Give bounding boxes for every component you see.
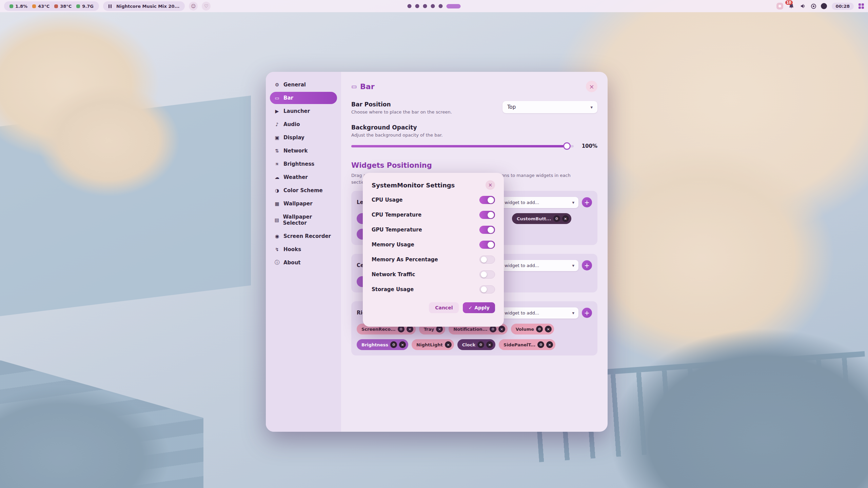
- audio-icon: ♪: [274, 122, 280, 127]
- opacity-slider[interactable]: [351, 145, 574, 147]
- toggle-row: Memory Usage: [372, 237, 495, 252]
- sidebar-item-wallpaper-selector[interactable]: ▤ Wallpaper Selector: [270, 211, 337, 229]
- plus-icon: +: [584, 199, 590, 206]
- gear-icon: ⚙: [539, 343, 542, 347]
- chip-remove-button[interactable]: ×: [562, 215, 569, 222]
- cpu-usage-stat: 1.8%: [9, 4, 27, 9]
- notifications-button[interactable]: 10: [788, 3, 795, 9]
- close-icon: ×: [548, 343, 551, 347]
- left-add-widget-button[interactable]: +: [582, 197, 592, 207]
- favorites-button[interactable]: ♡: [202, 2, 211, 11]
- workspace-dot[interactable]: [408, 4, 412, 8]
- center-add-widget-dropdown[interactable]: widget to add... ▾: [500, 260, 578, 271]
- sidebar-item-weather[interactable]: ☁ Weather: [270, 171, 337, 183]
- chip-remove-button[interactable]: ×: [399, 341, 406, 348]
- chip-brightness[interactable]: Brightness ⚙ ×: [357, 339, 408, 350]
- workspace-dot[interactable]: [431, 4, 435, 8]
- chip-sidepaneltoggle[interactable]: SidePanelT... ⚙ ×: [499, 339, 555, 350]
- chip-settings-button[interactable]: ⚙: [477, 341, 484, 348]
- memory-usage-toggle[interactable]: [479, 241, 495, 249]
- chip-remove-button[interactable]: ×: [407, 326, 413, 332]
- workspace-indicator: [408, 0, 461, 12]
- chip-nightlight[interactable]: NightLight ×: [412, 339, 454, 350]
- right-add-widget-button[interactable]: +: [582, 308, 592, 318]
- status-bar: 1.8% 43°C 38°C 9.7G Nightcore Music Mix …: [0, 0, 868, 12]
- chip-remove-button[interactable]: ×: [445, 341, 452, 348]
- cloud-icon: ☁: [274, 175, 280, 180]
- chip-settings-button[interactable]: ⚙: [390, 341, 397, 348]
- sidebar-item-display[interactable]: ▣ Display: [270, 131, 337, 144]
- chip-settings-button[interactable]: ⚙: [553, 215, 560, 222]
- record-icon[interactable]: [811, 4, 816, 9]
- sidebar-item-screen-recorder[interactable]: ◉ Screen Recorder: [270, 230, 337, 242]
- chip-settings-button[interactable]: ⚙: [490, 326, 496, 332]
- bar-icon: ▭: [351, 83, 357, 90]
- close-icon: ×: [401, 343, 404, 347]
- dashboard-grid-icon[interactable]: [859, 3, 864, 9]
- center-add-widget-button[interactable]: +: [582, 260, 592, 270]
- storage-usage-toggle[interactable]: [479, 285, 495, 293]
- modal-close-button[interactable]: ×: [486, 180, 495, 190]
- sidebar-item-general[interactable]: ⚙ General: [270, 79, 337, 91]
- gear-icon: ⚙: [491, 327, 495, 331]
- gpu-temperature-toggle[interactable]: [479, 226, 495, 234]
- volume-button[interactable]: [800, 3, 806, 9]
- chip-remove-button[interactable]: ×: [498, 326, 505, 332]
- gear-icon: ⚙: [555, 217, 558, 221]
- sidebar-item-bar[interactable]: ▭ Bar: [270, 92, 337, 104]
- chip-settings-button[interactable]: ⚙: [398, 326, 405, 332]
- sidebar-item-hooks[interactable]: ↯ Hooks: [270, 243, 337, 256]
- clock[interactable]: 00:28: [832, 3, 854, 10]
- chip-clock[interactable]: Clock ⚙ ×: [457, 339, 495, 350]
- left-add-widget-dropdown[interactable]: widget to add... ▾: [500, 197, 578, 208]
- media-player-pill[interactable]: Nightcore Music Mix 20...: [103, 1, 185, 11]
- sidebar-item-brightness[interactable]: ☀ Brightness: [270, 158, 337, 170]
- emoji-button[interactable]: ☺: [189, 2, 198, 11]
- launcher-icon[interactable]: [776, 3, 783, 9]
- workspace-dot[interactable]: [423, 4, 427, 8]
- cpu-temperature-toggle[interactable]: [479, 211, 495, 219]
- apply-button[interactable]: ✓ Apply: [463, 302, 495, 313]
- settings-sidebar: ⚙ General ▭ Bar ▶ Launcher ♪ Audio ▣ Dis…: [266, 72, 341, 432]
- right-add-widget-dropdown[interactable]: widget to add... ▾: [500, 307, 578, 319]
- gear-icon: ⚙: [392, 343, 395, 347]
- close-icon: ×: [589, 83, 594, 90]
- sidebar-item-wallpaper[interactable]: ▦ Wallpaper: [270, 198, 337, 210]
- night-light-icon[interactable]: [821, 3, 827, 9]
- window-close-button[interactable]: ×: [586, 81, 597, 92]
- display-icon: ▣: [274, 135, 280, 140]
- toggle-row: Storage Usage: [372, 282, 495, 297]
- gear-icon: ⚙: [399, 327, 403, 331]
- sidebar-item-about[interactable]: ⓘ About: [270, 257, 337, 269]
- sidebar-item-network[interactable]: ⇅ Network: [270, 145, 337, 157]
- network-traffic-toggle[interactable]: [479, 270, 495, 279]
- workspace-dot[interactable]: [439, 4, 443, 8]
- chip-custombutton[interactable]: CustomButt... ⚙ ×: [512, 213, 571, 224]
- chip-remove-button[interactable]: ×: [546, 341, 553, 348]
- memory-as-percentage-toggle[interactable]: [479, 256, 495, 264]
- chevron-down-icon: ▾: [572, 263, 574, 268]
- sidebar-item-audio[interactable]: ♪ Audio: [270, 118, 337, 130]
- sidebar-item-color-scheme[interactable]: ◑ Color Scheme: [270, 184, 337, 197]
- notification-badge: 10: [785, 0, 793, 5]
- memory-stat: 9.7G: [76, 4, 94, 9]
- chip-settings-button[interactable]: ⚙: [537, 341, 544, 348]
- opacity-slider-handle[interactable]: [563, 142, 571, 150]
- cpu-temperature-icon: [32, 4, 36, 8]
- chip-volume[interactable]: Volume ⚙ ×: [511, 324, 554, 334]
- heart-icon: ♡: [204, 3, 209, 9]
- workspace-dot[interactable]: [415, 4, 419, 8]
- cancel-button[interactable]: Cancel: [429, 302, 459, 313]
- chip-remove-button[interactable]: ×: [486, 341, 493, 348]
- chip-remove-button[interactable]: ×: [436, 326, 443, 332]
- chip-remove-button[interactable]: ×: [545, 326, 552, 332]
- bar-icon: ▭: [274, 95, 280, 101]
- bar-position-dropdown[interactable]: Top ▾: [502, 101, 597, 113]
- sidebar-item-launcher[interactable]: ▶ Launcher: [270, 105, 337, 117]
- system-stats-pill[interactable]: 1.8% 43°C 38°C 9.7G: [4, 1, 99, 11]
- chevron-down-icon: ▾: [572, 200, 574, 205]
- chip-settings-button[interactable]: ⚙: [536, 326, 543, 332]
- cpu-usage-toggle[interactable]: [479, 196, 495, 204]
- workspace-active-pill[interactable]: [447, 4, 461, 8]
- pause-icon: [108, 4, 112, 8]
